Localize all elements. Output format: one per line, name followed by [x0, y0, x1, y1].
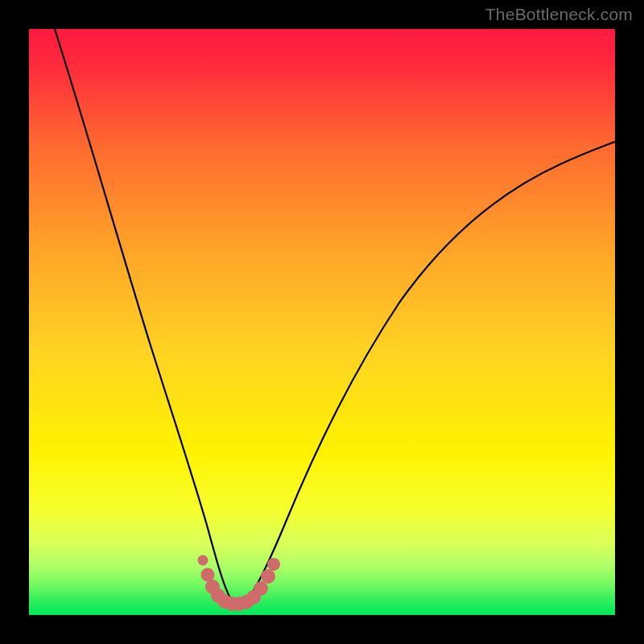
svg-point-11 — [267, 558, 280, 571]
svg-point-10 — [261, 569, 275, 584]
gradient-background — [29, 29, 615, 615]
chart-frame: TheBottleneck.com — [0, 0, 644, 644]
svg-point-1 — [201, 568, 215, 582]
svg-point-0 — [198, 555, 208, 566]
svg-point-9 — [254, 581, 268, 596]
plot-svg — [29, 29, 615, 615]
watermark: TheBottleneck.com — [485, 5, 633, 24]
plot-area — [29, 29, 615, 615]
